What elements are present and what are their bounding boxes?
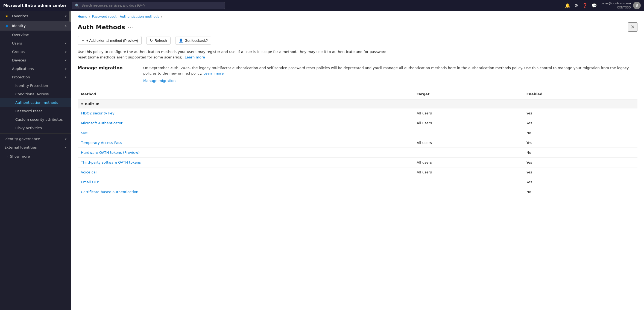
- table-row: Certificate-based authentication No: [78, 187, 637, 197]
- enabled-cell: Yes: [523, 108, 637, 118]
- sidebar-item-external-identities[interactable]: External Identities ∨: [0, 143, 71, 152]
- feedback-icon[interactable]: 💬: [592, 3, 597, 8]
- method-link[interactable]: Third-party software OATH tokens: [81, 160, 141, 164]
- method-link[interactable]: Hardware OATH tokens (Preview): [81, 150, 140, 155]
- target-cell: [414, 128, 523, 138]
- method-link[interactable]: Certificate-based authentication: [81, 190, 138, 194]
- toolbar-separator-2: [173, 38, 173, 43]
- enabled-cell: No: [523, 128, 637, 138]
- overview-label: Overview: [12, 33, 29, 37]
- migration-content: On September 30th, 2025, the legacy mult…: [143, 65, 637, 83]
- table-row: Third-party software OATH tokens All use…: [78, 158, 637, 167]
- notification-icon[interactable]: 🔔: [565, 3, 570, 8]
- sidebar-item-conditional-access[interactable]: Conditional Access: [0, 90, 71, 98]
- close-button[interactable]: ✕: [628, 22, 637, 32]
- scroll-indicator: [69, 11, 71, 22]
- user-email: balas@contoso.com: [601, 2, 631, 5]
- sidebar-item-password-reset[interactable]: Password reset: [0, 107, 71, 115]
- feedback-button[interactable]: 👤 Got feedback?: [175, 37, 212, 45]
- method-link[interactable]: FIDO2 security key: [81, 111, 115, 115]
- chevron-down-icon: ∨: [65, 42, 67, 45]
- avatar[interactable]: B: [633, 2, 641, 9]
- applications-label: Applications: [12, 67, 34, 71]
- toolbar-separator: [144, 38, 144, 43]
- method-link[interactable]: Voice call: [81, 170, 98, 174]
- method-link[interactable]: Temporary Access Pass: [81, 141, 122, 145]
- identity-icon: ◆: [4, 23, 9, 28]
- breadcrumb-password-reset[interactable]: Password reset | Authentication methods: [92, 15, 159, 19]
- chevron-up-icon: ∧: [65, 76, 67, 79]
- sidebar-item-custom-security-attributes[interactable]: Custom security attributes: [0, 115, 71, 124]
- chevron-down-icon: ∨: [65, 137, 67, 140]
- authentication-methods-label: Authentication methods: [15, 101, 58, 105]
- feedback-icon: 👤: [179, 39, 183, 43]
- user-info[interactable]: balas@contoso.com CONTOSO B: [601, 2, 641, 9]
- topbar: Microsoft Entra admin center 🔍 🔔 ⚙️ ❓ 💬 …: [0, 0, 644, 11]
- sidebar-item-identity-protection[interactable]: Identity Protection: [0, 81, 71, 90]
- table-section: Method Target Enabled ∨ Built-In FIDO2 s…: [71, 89, 644, 310]
- risky-activities-label: Risky activities: [15, 126, 42, 130]
- identity-label: Identity: [12, 24, 62, 28]
- page-header: Auth Methods ··· ✕: [71, 20, 644, 36]
- migration-text: On September 30th, 2025, the legacy mult…: [143, 65, 637, 76]
- sidebar-item-groups[interactable]: Groups ∨: [0, 48, 71, 56]
- sidebar-item-applications[interactable]: Applications ∨: [0, 64, 71, 73]
- sidebar-item-users[interactable]: Users ∨: [0, 39, 71, 48]
- breadcrumb: Home › Password reset | Authentication m…: [71, 11, 644, 20]
- users-label: Users: [12, 41, 22, 45]
- method-link[interactable]: Email OTP: [81, 180, 99, 184]
- chevron-down-icon: ∨: [65, 146, 67, 149]
- sidebar-item-protection[interactable]: Protection ∧: [0, 73, 71, 81]
- target-cell: [414, 187, 523, 197]
- col-enabled: Enabled: [523, 89, 637, 99]
- sidebar-item-favorites[interactable]: ★ Favorites ∨: [0, 11, 71, 21]
- target-cell: All users: [414, 108, 523, 118]
- page-options-button[interactable]: ···: [128, 24, 134, 30]
- refresh-button[interactable]: ↻ Refresh: [146, 37, 171, 45]
- target-cell: All users: [414, 138, 523, 148]
- migration-title: Manage migration: [78, 65, 132, 70]
- layout: ★ Favorites ∨ ◆ Identity ∧ Overview User…: [0, 11, 644, 310]
- sidebar-item-overview[interactable]: Overview: [0, 31, 71, 39]
- sidebar: ★ Favorites ∨ ◆ Identity ∧ Overview User…: [0, 11, 71, 310]
- add-external-method-button[interactable]: ＋ + Add external method (Preview): [78, 36, 142, 45]
- sidebar-item-identity[interactable]: ◆ Identity ∧: [0, 21, 71, 31]
- table-row: Email OTP Yes: [78, 177, 637, 187]
- description: Use this policy to configure the authent…: [71, 49, 399, 65]
- favorites-label: Favorites: [12, 14, 62, 18]
- enabled-cell: No: [523, 187, 637, 197]
- refresh-icon: ↻: [150, 39, 153, 43]
- table-row: Microsoft Authenticator All users Yes: [78, 118, 637, 128]
- topbar-icons: 🔔 ⚙️ ❓ 💬 balas@contoso.com CONTOSO B: [565, 2, 641, 9]
- sidebar-item-identity-governance[interactable]: Identity governance ∨: [0, 135, 71, 143]
- target-cell: [414, 148, 523, 158]
- chevron-down-icon: ∨: [65, 50, 67, 53]
- learn-more-link[interactable]: Learn more: [185, 55, 205, 59]
- show-more-button[interactable]: ··· Show more: [0, 152, 71, 161]
- sidebar-item-risky-activities[interactable]: Risky activities: [0, 124, 71, 132]
- chevron-down-icon: ∨: [81, 102, 83, 105]
- manage-migration-link[interactable]: Manage migration: [143, 79, 176, 83]
- method-link[interactable]: Microsoft Authenticator: [81, 121, 122, 125]
- breadcrumb-separator-1: ›: [89, 15, 90, 19]
- settings-icon[interactable]: ⚙️: [574, 3, 578, 8]
- enabled-cell: Yes: [523, 167, 637, 177]
- target-cell: All users: [414, 118, 523, 128]
- brand-label: Microsoft Entra admin center: [3, 3, 66, 8]
- search-icon: 🔍: [75, 4, 79, 8]
- migration-learn-more-link[interactable]: Learn more: [203, 71, 224, 75]
- password-reset-label: Password reset: [15, 109, 42, 113]
- external-identities-label: External Identities: [4, 145, 37, 149]
- search-bar[interactable]: 🔍: [72, 2, 225, 9]
- breadcrumb-separator-2: ›: [161, 15, 162, 19]
- sidebar-item-authentication-methods[interactable]: Authentication methods: [0, 98, 71, 107]
- breadcrumb-home[interactable]: Home: [78, 15, 87, 19]
- search-input[interactable]: [81, 4, 222, 7]
- method-link[interactable]: SMS: [81, 131, 89, 135]
- sidebar-item-devices[interactable]: Devices ∨: [0, 56, 71, 64]
- help-icon[interactable]: ❓: [582, 3, 588, 8]
- main-content: Home › Password reset | Authentication m…: [71, 11, 644, 310]
- enabled-cell: No: [523, 148, 637, 158]
- devices-label: Devices: [12, 58, 26, 62]
- table-group-header[interactable]: ∨ Built-In: [78, 99, 637, 108]
